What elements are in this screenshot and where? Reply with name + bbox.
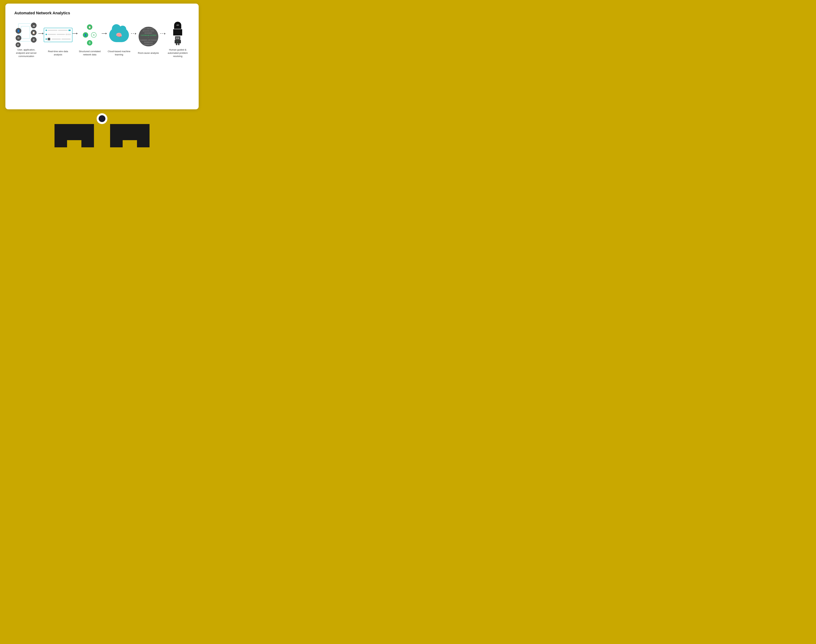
arrow2 <box>72 33 78 46</box>
data-icons-row: 👤 ⚙ <box>83 32 97 38</box>
settings-icon: ⚙ <box>15 42 21 47</box>
data-icons-group: 📋 👤 ⚙ 🗄 <box>83 25 97 46</box>
step4-label: Cloud-based machine learning <box>107 50 131 56</box>
data-icon-db: 🗄 <box>87 40 92 46</box>
server-rack <box>44 28 72 42</box>
root-cause-circle: BRUTE-FORCE ACCESS • SMB ACTIVITY • SESS… <box>139 27 158 46</box>
rc-highlight: • DATABASE ACCESS • <box>140 34 156 39</box>
server-light3 <box>46 38 47 40</box>
step2-visual <box>44 23 72 47</box>
step6-label: Human guided & automated problem resolvi… <box>166 48 189 58</box>
server-square <box>48 38 50 40</box>
server-bar3 <box>48 34 56 35</box>
step2-label: Real-time wire data analysis <box>46 50 70 56</box>
server-bar5 <box>52 38 61 40</box>
step6-visual: </> ◉ ◉ ♥ ~ <box>166 22 190 45</box>
human-head: </> <box>174 22 181 29</box>
server-light2 <box>46 34 47 35</box>
human-figure-group: </> <box>173 22 182 35</box>
brain-icon: 🧠 <box>116 32 122 38</box>
stand-leg-left <box>55 124 94 147</box>
server-bar6 <box>61 38 71 40</box>
step5: BRUTE-FORCE ACCESS • SMB ACTIVITY • SESS… <box>137 25 161 55</box>
step3: 📋 👤 ⚙ 🗄 Structured correlated network da… <box>78 23 102 56</box>
step1: ☁ 📋 👤 ✉ 🖥 ⚙ User, application, endpoint … <box>14 22 38 58</box>
doc-icon: 📋 <box>31 30 37 35</box>
cloud-icon: ☁ <box>31 23 37 28</box>
server-icon: 🖥 <box>31 37 37 43</box>
screen: Automated Network Analytics ☁ 📋 👤 <box>5 4 199 109</box>
step1-visual: ☁ 📋 👤 ✉ 🖥 ⚙ <box>14 22 38 45</box>
robot-head: ◉ ◉ <box>175 36 180 40</box>
arrow3 <box>102 33 107 46</box>
stand-leg-right <box>110 124 150 147</box>
arrow1 <box>38 33 44 46</box>
dashed-box-inner <box>21 26 30 39</box>
rc-text-1: BRUTE-FORCE <box>143 27 153 27</box>
monitor-body: Automated Network Analytics ☁ 📋 👤 <box>0 0 204 161</box>
page-title: Automated Network Analytics <box>14 11 190 15</box>
server-divider2 <box>46 36 71 37</box>
server-button <box>69 29 71 31</box>
rc-text-2: ACCESS • SMB ACTIVITY • <box>140 28 157 29</box>
rc-text-5: ANOMALOUS CONNECTION <box>144 41 153 45</box>
server-row-2 <box>46 34 71 35</box>
step4-visual: 🧠 <box>107 23 131 47</box>
server-bar <box>48 30 57 31</box>
server-row-1 <box>46 29 71 31</box>
arrow3-line <box>102 33 107 34</box>
server-light <box>46 29 47 31</box>
data-icon-doc: 📋 <box>87 25 92 30</box>
diagram-row: ☁ 📋 👤 ✉ 🖥 ⚙ User, application, endpoint … <box>14 22 190 58</box>
server-buttons <box>66 34 71 35</box>
human-body <box>173 29 182 35</box>
email-icon: ✉ <box>15 35 21 41</box>
stand-leg-connector-right <box>123 140 137 147</box>
stand-circle-inner <box>99 115 106 122</box>
step3-visual: 📋 👤 ⚙ 🗄 <box>78 23 102 47</box>
user-icon: 👤 <box>15 28 21 34</box>
arrow4-line <box>131 33 136 34</box>
stand-base-row <box>55 124 150 147</box>
robot-eyes: ◉ ◉ <box>176 37 179 39</box>
robot-body: ♥ ~ <box>175 40 181 43</box>
step6: </> ◉ ◉ ♥ ~ <box>166 22 190 58</box>
server-bar4 <box>57 34 65 35</box>
step1-label: User, application, endpoint and server c… <box>15 48 38 58</box>
step4: 🧠 Cloud-based machine learning <box>107 23 131 56</box>
robot-legs <box>176 43 179 45</box>
step5-label: Root-cause analysis <box>138 51 159 55</box>
data-icon-user: 👤 <box>83 32 88 38</box>
arrow1-line <box>38 33 43 34</box>
server-row-3 <box>46 38 71 40</box>
arrow2-line <box>72 33 77 34</box>
step5-visual: BRUTE-FORCE ACCESS • SMB ACTIVITY • SESS… <box>137 25 161 48</box>
robot-figure-group: ◉ ◉ ♥ ~ <box>173 36 182 45</box>
rc-text-4: SCANNING • IDS EVASION <box>140 39 157 41</box>
monitor-stand <box>55 111 150 147</box>
robot-display: ♥ ~ <box>177 41 179 42</box>
cloud-ml-shape: 🧠 <box>109 28 129 42</box>
robot-leg2 <box>178 43 179 45</box>
step2: Real-time wire data analysis <box>44 23 72 56</box>
rc-text-3: SESSIONS • DATA MOVEMENT <box>143 30 154 34</box>
human-robot-group: </> ◉ ◉ ♥ ~ <box>173 22 182 45</box>
data-icon-gear: ⚙ <box>91 32 97 38</box>
root-cause-text: BRUTE-FORCE ACCESS • SMB ACTIVITY • SESS… <box>139 27 158 46</box>
arrow5 <box>160 33 166 46</box>
arrow4 <box>131 33 137 46</box>
stand-leg-connector-left <box>67 140 81 147</box>
arrow5-line <box>160 33 165 34</box>
server-bar2 <box>58 30 68 31</box>
robot-leg1 <box>176 43 177 45</box>
stand-circle <box>97 113 107 124</box>
step3-label: Structured correlated network data <box>78 50 101 56</box>
rc-text-6: EXTERNAL URLS <box>143 46 154 46</box>
